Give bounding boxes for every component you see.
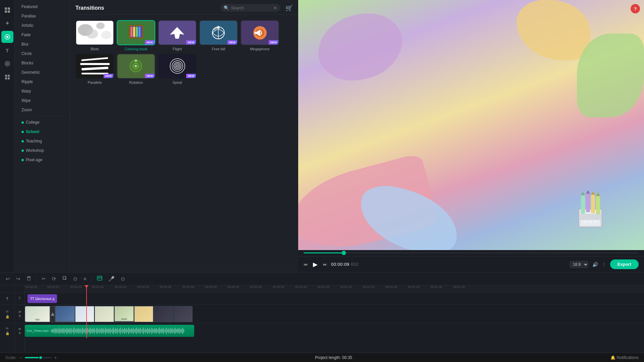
transition-free-fall[interactable]: NEW Free fall [199,20,238,51]
play-button[interactable]: ▶ [312,260,319,269]
sidebar-item-school[interactable]: School [16,127,68,136]
video-split-btn[interactable]: ⇅ [18,314,21,318]
playhead-audio-track [86,323,87,338]
sidebar-item-blur[interactable]: Blur [16,40,68,49]
transition-spiral[interactable]: NEW Spiral [158,54,197,84]
video-clip-3[interactable] [75,306,94,322]
scale-handle[interactable] [39,356,43,360]
audio-split-btn[interactable]: ⇅ [18,331,21,335]
search-bar[interactable]: 🔍 ✕ [220,4,280,12]
lock-icon[interactable]: 🔒 [5,315,9,318]
transition-megaphone[interactable]: NEW Megaphone [240,20,279,51]
sidebar-item-zoom[interactable]: Zoom [16,106,68,114]
svg-rect-47 [580,214,600,220]
screen-record-button[interactable]: ⊙ [119,275,127,283]
transition-parallels[interactable]: NEW Parallels [75,54,114,84]
video-clip-2[interactable] [55,306,75,322]
icon-bar-media[interactable] [1,4,13,16]
sidebar-item-geometric[interactable]: Geometric [16,68,68,77]
sidebar-item-college[interactable]: College [16,118,68,127]
icon-bar-stickers[interactable] [1,71,13,83]
video-clip-6[interactable] [134,306,153,322]
crop-button[interactable] [61,275,69,283]
sidebar-item-workshop[interactable]: Workshop [16,146,68,155]
export-button[interactable]: Export [610,259,639,269]
sidebar-item-warp[interactable]: Warp [16,87,68,96]
sidebar-item-blocks[interactable]: Blocks [16,59,68,67]
sidebar-item-wipe[interactable]: Wipe [16,96,68,105]
copy-button[interactable]: ⟳ [50,275,58,283]
sidebar-item-circle[interactable]: Circle [16,49,68,58]
svg-rect-41 [586,194,590,212]
scale-minus-icon[interactable]: − [19,355,22,360]
sidebar-item-fade[interactable]: Fade [16,31,68,39]
sidebar-item-teaching[interactable]: Teaching [16,137,68,145]
sidebar-item-artistic[interactable]: Artistic [16,21,68,30]
transitions-panel: Transitions 🔍 ✕ 🛒 [70,0,298,272]
icon-bar-audio[interactable] [1,58,13,70]
svg-point-8 [7,63,8,64]
transition-blots[interactable]: Blots [75,20,114,51]
sidebar-item-featured[interactable]: Featured [16,2,68,11]
mic-button[interactable]: 🎤 [107,275,116,283]
video-clip-8[interactable] [173,306,193,322]
skip-back-button[interactable]: ⏮ [304,262,308,267]
audio-waveform: // Generate waveform bars inline const w… [51,327,192,335]
search-input[interactable] [231,6,271,10]
spiral-thumb: NEW [158,54,197,79]
redo-button[interactable]: ↪ [14,275,22,283]
transition-flight[interactable]: NEW Flight [158,20,197,51]
clear-icon[interactable]: ✕ [273,6,277,10]
video-swap-btn[interactable]: ⇄ [18,310,21,313]
transition-coloring-book[interactable]: NEW Coloring book [117,20,155,51]
skip-forward-button[interactable]: ⏭ [323,262,327,267]
dot-icon [21,131,24,133]
eye-icon[interactable]: 👁 [5,310,9,314]
help-button[interactable]: ? [631,4,640,13]
video-clip-1[interactable]: Kid [25,306,50,322]
align-button[interactable]: ≡ [82,275,88,283]
undo-button[interactable]: ↩ [4,275,12,283]
timeline-area: ↩ ↪ ✂ ⟳ ⊙ ≡ 🎤 ⊙ T 👁 🔒 � [0,272,644,353]
svg-rect-52 [28,276,30,277]
cart-icon[interactable]: 🛒 [285,4,293,12]
more-options-icon[interactable]: ⋮ [602,262,606,267]
audio-track: Fun_Times.mp3 // Generate waveform bars … [25,323,644,338]
svg-rect-10 [8,75,10,77]
video-clip-4[interactable] [95,306,114,322]
scale-plus-icon[interactable]: + [54,355,57,360]
audio-clip[interactable]: Fun_Times.mp3 // Generate waveform bars … [25,325,194,337]
text-track-vis-btn[interactable]: T [18,297,20,300]
ratio-select[interactable]: 16:99:161:14:3 [570,261,588,268]
audio-track-icons: 👁 🔒 [0,323,14,338]
sidebar-item-ripple[interactable]: Ripple [16,77,68,86]
audio-track-controls: ⇄ ⇅ [15,323,24,338]
toolbar-separator-2 [92,276,92,282]
svg-point-36 [176,65,178,67]
video-clip-5[interactable]: work [114,306,134,322]
cut-button[interactable]: ✂ [40,275,48,283]
search-icon: 🔍 [224,5,229,10]
icon-bar-effects[interactable] [1,17,13,29]
sidebar-item-parallax[interactable]: Parallax [16,12,68,20]
free-fall-badge: NEW [227,40,237,45]
icon-bar-text[interactable]: T [1,44,13,56]
text-clip[interactable]: TT Школьные д [28,294,57,303]
flight-thumb: NEW [158,20,197,45]
icon-bar-transitions[interactable] [1,31,13,43]
zoom-text-button[interactable] [95,275,104,283]
video-clip-7[interactable] [154,306,173,322]
svg-rect-45 [596,196,600,215]
delete-button[interactable] [25,275,33,283]
scale-slider[interactable] [25,357,52,358]
timing-button[interactable]: ⊙ [71,275,79,283]
svg-rect-9 [5,75,7,77]
sidebar-item-pixelage[interactable]: Pixel age [16,156,68,164]
notifications-button[interactable]: 🔔 Notifications [610,355,639,360]
audio-swap-btn[interactable]: ⇄ [18,327,21,330]
svg-rect-26 [255,32,257,34]
audio-eye-icon[interactable]: 👁 [5,326,9,330]
volume-icon[interactable]: 🔊 [592,262,598,267]
transition-rotation[interactable]: NEW Rotation [117,54,155,84]
audio-lock-icon[interactable]: 🔒 [5,331,9,335]
